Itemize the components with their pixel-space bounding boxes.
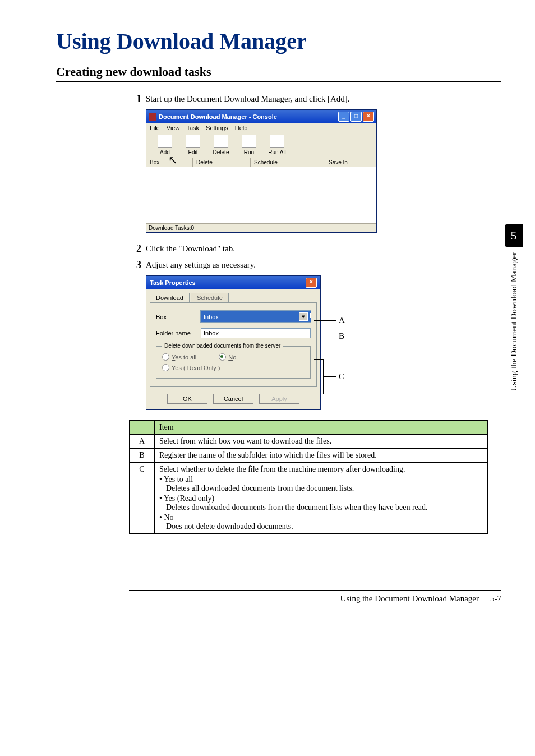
folder-name-input[interactable]: Inbox: [201, 328, 311, 338]
step-number: 3: [129, 259, 141, 271]
close-button[interactable]: ×: [363, 112, 374, 122]
col-savein[interactable]: Save In: [325, 158, 376, 167]
right-sidebar: 5 Using the Document Download Manager: [505, 224, 523, 391]
sidebar-text: Using the Document Download Manager: [509, 252, 519, 391]
menu-help[interactable]: Help: [235, 125, 248, 131]
footer-text: Using the Document Download Manager: [340, 594, 479, 603]
dialog-buttons: OK Cancel Apply: [146, 390, 320, 409]
chevron-down-icon: ▾: [299, 312, 308, 321]
table-row: C Select whether to delete the file from…: [130, 463, 488, 534]
step-number: 1: [129, 93, 141, 105]
radio-icon: [162, 364, 169, 371]
row-c-lead: Select whether to delete the file from t…: [159, 465, 483, 474]
chapter-tab: 5: [505, 224, 523, 247]
bullet-no: No: [159, 513, 483, 522]
bullet-yes-all: Yes to all: [159, 475, 483, 484]
bullet-yes-all-body: Deletes all downloaded documents from th…: [166, 484, 483, 493]
box-value: Inbox: [204, 314, 219, 320]
radio-icon: [162, 353, 169, 361]
step-text: Start up the Document Download Manager, …: [146, 93, 349, 104]
maximize-button[interactable]: □: [350, 112, 362, 122]
tab-download[interactable]: Download: [150, 293, 190, 302]
row-desc-a: Select from which box you want to downlo…: [155, 435, 488, 449]
run-icon: [242, 135, 256, 148]
list-body: [146, 167, 376, 223]
step-text: Adjust any settings as necessary.: [146, 259, 256, 270]
list-header: Box Delete Schedule Save In: [146, 158, 376, 167]
tool-add[interactable]: Add: [152, 135, 178, 155]
console-title: Document Download Manager - Console: [159, 113, 338, 120]
console-titlebar: Document Download Manager - Console _ □ …: [146, 110, 376, 123]
radio-yes-readonly[interactable]: Yes ( Read Only ): [162, 364, 220, 371]
tool-edit[interactable]: Edit: [180, 135, 206, 155]
items-table: Item A Select from which box you want to…: [129, 420, 488, 534]
cancel-button[interactable]: Cancel: [213, 394, 253, 404]
callout-line-c: [323, 376, 336, 377]
runall-icon: [270, 135, 284, 148]
main-title: Using Download Manager: [56, 28, 501, 54]
task-properties-dialog: Task Properties × Download Schedule Box …: [146, 275, 321, 410]
box-combobox[interactable]: Inbox ▾: [201, 311, 311, 322]
tool-delete[interactable]: Delete: [208, 135, 234, 155]
tab-schedule[interactable]: Schedule: [191, 293, 229, 302]
table-header-blank: [130, 421, 155, 435]
step-2: 2 Click the "Download" tab.: [129, 243, 501, 255]
footer-page: 5-7: [490, 594, 501, 603]
ok-button[interactable]: OK: [167, 394, 207, 404]
callout-line-a: [314, 320, 336, 321]
callout-bracket-c: [314, 359, 324, 394]
edit-icon: [186, 135, 200, 148]
bullet-no-body: Does not delete downloaded documents.: [166, 522, 483, 531]
page-footer: Using the Document Download Manager 5-7: [129, 590, 501, 603]
figure-console: Document Download Manager - Console _ □ …: [146, 109, 501, 233]
callout-line-b: [314, 336, 336, 336]
minimize-button[interactable]: _: [338, 112, 349, 122]
step-text: Click the "Download" tab.: [146, 243, 235, 253]
col-delete[interactable]: Delete: [193, 158, 251, 167]
row-desc-b: Register the name of the subfolder into …: [155, 449, 488, 463]
tab-pane-download: Box Inbox ▾ Folder name Inbox Delete dow…: [150, 302, 317, 387]
tool-run[interactable]: Run: [236, 135, 262, 155]
bullet-yes-ro: Yes (Read only): [159, 494, 483, 503]
table-header-item: Item: [155, 421, 488, 435]
callout-c: C: [339, 372, 344, 381]
console-window: Document Download Manager - Console _ □ …: [146, 109, 377, 233]
box-label: Box: [156, 314, 201, 320]
dialog-close-button[interactable]: ×: [306, 278, 317, 288]
radio-yes-all[interactable]: Yes to all: [162, 353, 196, 361]
group-title: Delete downloaded documents from the ser…: [162, 343, 283, 349]
row-key-a: A: [130, 435, 155, 449]
row-key-c: C: [130, 463, 155, 534]
callout-b: B: [339, 331, 344, 341]
col-schedule[interactable]: Schedule: [251, 158, 325, 167]
app-icon: [149, 113, 156, 121]
row-key-b: B: [130, 449, 155, 463]
apply-button[interactable]: Apply: [259, 394, 299, 404]
tool-runall[interactable]: Run All: [264, 135, 290, 155]
dialog-titlebar: Task Properties ×: [146, 276, 320, 289]
delete-group: Delete downloaded documents from the ser…: [156, 346, 311, 379]
menubar: File View Task Settings Help: [146, 123, 376, 132]
step-1: 1 Start up the Document Download Manager…: [129, 93, 501, 105]
row-desc-c: Select whether to delete the file from t…: [155, 463, 488, 534]
table-row: A Select from which box you want to down…: [130, 435, 488, 449]
radio-icon: [219, 353, 226, 361]
dialog-tabs: Download Schedule: [146, 289, 320, 302]
folder-label: Folder name: [156, 330, 201, 336]
menu-view[interactable]: View: [167, 125, 180, 131]
add-icon: [158, 135, 172, 148]
delete-icon: [214, 135, 228, 148]
menu-task[interactable]: Task: [186, 125, 199, 131]
menu-settings[interactable]: Settings: [206, 125, 228, 131]
table-row: B Register the name of the subfolder int…: [130, 449, 488, 463]
bullet-yes-ro-body: Deletes downloaded documents from the do…: [166, 503, 483, 512]
statusbar: Download Tasks:0: [146, 223, 376, 232]
toolbar: Add Edit Delete Run Run All: [146, 132, 376, 158]
radio-no[interactable]: No: [219, 353, 236, 361]
step-3: 3 Adjust any settings as necessary.: [129, 259, 501, 271]
col-box[interactable]: Box: [146, 158, 193, 167]
figure-dialog: Task Properties × Download Schedule Box …: [146, 275, 501, 410]
callout-a: A: [339, 316, 345, 325]
menu-file[interactable]: File: [150, 125, 160, 131]
step-number: 2: [129, 243, 141, 255]
